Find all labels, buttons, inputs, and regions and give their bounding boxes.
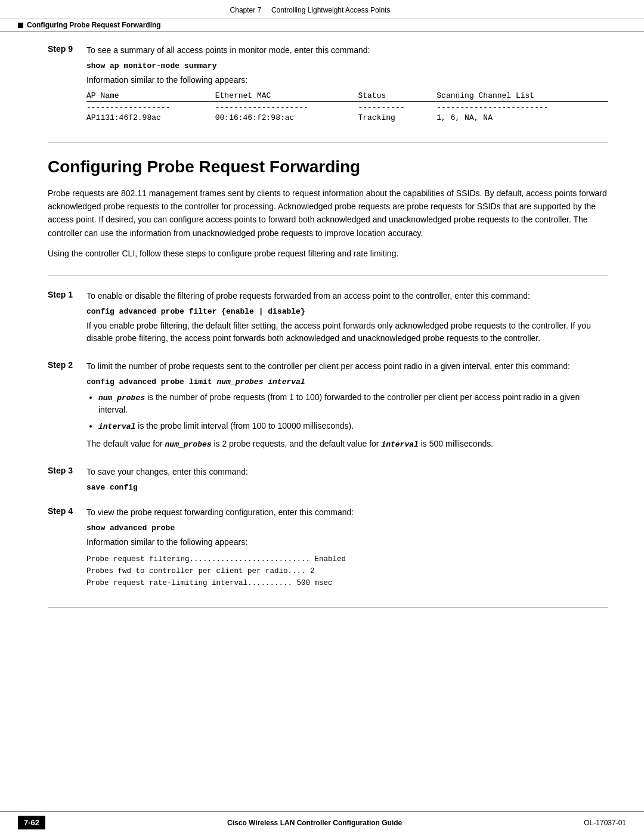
step-2-bullets: num_probes is the number of probe reques… — [98, 391, 608, 433]
step-2-content: To limit the number of probe requests se… — [86, 360, 608, 456]
step-4-intro: To view the probe request forwarding con… — [86, 506, 608, 519]
bullet-term-2: interval is the probe limit interval (fr… — [98, 421, 354, 431]
step-4-sub-intro: Information similar to the following app… — [86, 536, 608, 549]
col-status: Status — [358, 91, 436, 102]
section-divider-3 — [48, 607, 608, 608]
step-4-content: To view the probe request forwarding con… — [86, 506, 608, 593]
section-divider-2 — [48, 275, 608, 275]
chapter-title: Controlling Lightweight Access Points — [271, 6, 390, 14]
divider-col1: ------------------ — [86, 102, 215, 113]
step-3-content: To save your changes, enter this command… — [86, 466, 608, 496]
divider-col4: ------------------------ — [436, 102, 608, 113]
step-1-intro: To enable or disable the filtering of pr… — [86, 290, 608, 302]
cell-channels: 1, 6, NA, NA — [436, 113, 608, 123]
step-9-command: show ap monitor-mode summary — [86, 61, 608, 70]
breadcrumb-icon — [18, 23, 23, 28]
table-divider-row: ------------------ -------------------- … — [86, 102, 608, 113]
col-ethernet-mac: Ethernet MAC — [215, 91, 358, 102]
step-1-label: Step 1 — [48, 290, 80, 349]
output-line-2: Probes fwd to controller per client per … — [86, 565, 608, 577]
cell-mac: 00:16:46:f2:98:ac — [215, 113, 358, 123]
step-2-block: Step 2 To limit the number of probe requ… — [48, 360, 608, 456]
table-header-row: AP Name Ethernet MAC Status Scanning Cha… — [86, 91, 608, 102]
step-9-intro: To see a summary of all access points in… — [86, 44, 608, 57]
step-2-intro: To limit the number of probe requests se… — [86, 360, 608, 373]
bullet-interval: interval is the probe limit interval (fr… — [98, 420, 608, 433]
bullet-num-probes: num_probes is the number of probe reques… — [98, 391, 608, 417]
step-3-block: Step 3 To save your changes, enter this … — [48, 466, 608, 496]
page-header: Chapter 7 Controlling Lightweight Access… — [0, 0, 644, 18]
section-divider-1 — [48, 142, 608, 143]
output-line-3: Probe request rate-limiting interval....… — [86, 577, 608, 589]
step-4-label: Step 4 — [48, 506, 80, 593]
step-1-content: To enable or disable the filtering of pr… — [86, 290, 608, 349]
step-3-command: save config — [86, 483, 608, 492]
step-9-sub-intro: Information similar to the following app… — [86, 74, 608, 86]
col-ap-name: AP Name — [86, 91, 215, 102]
step-1-block: Step 1 To enable or disable the filterin… — [48, 290, 608, 349]
step-4-command: show advanced probe — [86, 524, 608, 532]
chapter-label: Chapter 7 — [230, 6, 262, 14]
step-3-label: Step 3 — [48, 466, 80, 496]
table-row: AP1131:46f2.98ac 00:16:46:f2:98:ac Track… — [86, 113, 608, 123]
step-2-command: config advanced probe limit num_probes i… — [86, 377, 608, 386]
step-1-command: config advanced probe filter {enable | d… — [86, 307, 608, 316]
output-line-1: Probe request filtering.................… — [86, 553, 608, 565]
section-intro-1: Probe requests are 802.11 management fra… — [48, 187, 608, 240]
page-number: 7-62 — [18, 816, 45, 829]
step-9-block: Step 9 To see a summary of all access po… — [48, 44, 608, 128]
doc-number: OL-17037-01 — [584, 819, 626, 827]
cell-status: Tracking — [358, 113, 436, 123]
step-4-block: Step 4 To view the probe request forward… — [48, 506, 608, 593]
step-1-description: If you enable probe filtering, the defau… — [86, 320, 608, 345]
step-4-output: Probe request filtering.................… — [86, 553, 608, 589]
breadcrumb: Configuring Probe Request Forwarding — [0, 18, 644, 32]
page-footer: 7-62 Cisco Wireless LAN Controller Confi… — [0, 812, 644, 833]
breadcrumb-text: Configuring Probe Request Forwarding — [27, 21, 161, 29]
step-9-label: Step 9 — [48, 44, 80, 128]
ap-monitor-table: AP Name Ethernet MAC Status Scanning Cha… — [86, 91, 608, 123]
cell-ap-name: AP1131:46f2.98ac — [86, 113, 215, 123]
main-content: Step 9 To see a summary of all access po… — [0, 32, 644, 634]
step-2-default: The default value for num_probes is 2 pr… — [86, 438, 608, 451]
step-3-intro: To save your changes, enter this command… — [86, 466, 608, 478]
section-intro-2: Using the controller CLI, follow these s… — [48, 247, 608, 260]
section-heading: Configuring Probe Request Forwarding — [48, 157, 608, 177]
bullet-term-1: num_probes is the number of probe reques… — [98, 392, 580, 415]
divider-col2: -------------------- — [215, 102, 358, 113]
header-center: Chapter 7 Controlling Lightweight Access… — [230, 6, 391, 14]
divider-col3: ---------- — [358, 102, 436, 113]
step-9-content: To see a summary of all access points in… — [86, 44, 608, 128]
step-2-label: Step 2 — [48, 360, 80, 456]
col-scanning: Scanning Channel List — [436, 91, 608, 102]
guide-title: Cisco Wireless LAN Controller Configurat… — [227, 819, 402, 827]
